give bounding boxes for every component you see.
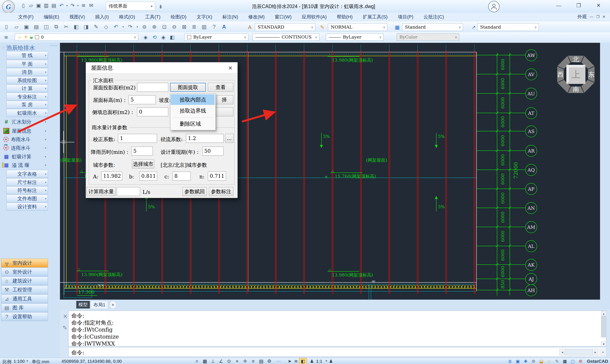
menu-item[interactable]: 文字(X) <box>192 14 217 20</box>
sidebar-section2-3[interactable]: 符号标注▾ <box>6 186 48 194</box>
menu-item[interactable]: 标注(N) <box>217 14 243 20</box>
annotation-scale-value[interactable]: 1:1 <box>316 359 322 364</box>
auto-scale-icon[interactable]: ♟ <box>327 358 335 364</box>
h-scrollbar-track[interactable] <box>565 349 593 355</box>
grid-bubble[interactable]: AU <box>525 88 537 100</box>
layer-color-swatch[interactable] <box>35 35 39 39</box>
osnap-toggle-icon[interactable]: ⊙ <box>225 358 233 364</box>
scrollbar-thumb[interactable] <box>601 316 606 337</box>
comment-icon[interactable]: ✉ <box>87 1 95 10</box>
menu-item[interactable]: 文件(F) <box>13 14 39 20</box>
linetype-combo[interactable]: —————— CONTINOUS ∨ <box>253 33 319 41</box>
result-input[interactable] <box>117 187 140 196</box>
save-icon[interactable]: ▣ <box>22 22 31 32</box>
period-input[interactable] <box>202 147 223 156</box>
workspace-combo[interactable]: 传统界面▼ <box>106 2 155 11</box>
menu-item[interactable]: 项目(P) <box>393 14 418 20</box>
grid-bubble[interactable]: AV <box>525 68 537 80</box>
command-expand-button[interactable]: ▾ <box>600 349 606 355</box>
block-panel-icon[interactable]: ▩ <box>561 358 569 364</box>
module-6[interactable]: ▤图 库 <box>1 303 48 312</box>
tab-layout1[interactable]: 布局1 <box>91 301 108 309</box>
properties-icon[interactable]: ▥ <box>199 22 209 32</box>
correction-input[interactable] <box>118 134 157 143</box>
menu-item-pick-inner-point[interactable]: 拾取内部点 <box>171 94 215 105</box>
grid-bubble[interactable]: AP <box>525 183 537 195</box>
clean-screen-icon[interactable]: ✎ <box>553 358 561 364</box>
grid-bubble[interactable]: AM <box>525 221 537 233</box>
more-tools-icon[interactable]: ⇟ <box>157 2 164 12</box>
layer-on-icon[interactable]: ☼ <box>18 35 22 40</box>
tab-model[interactable]: 模型 <box>76 301 90 309</box>
layer-freeze-icon[interactable]: ☀ <box>24 35 28 40</box>
close-command-icon[interactable]: ✕ <box>63 313 68 320</box>
linetype-display-icon[interactable]: ⋯ <box>275 358 282 364</box>
sidebar-tool-6[interactable]: ▦溢 流 堰▾ <box>2 161 48 169</box>
ai-assistant-icon[interactable]: A <box>219 22 229 32</box>
module-5[interactable]: ⊿通用工具 <box>1 295 48 303</box>
monitor-icon[interactable]: ▢ <box>569 358 576 364</box>
cut-icon[interactable]: ✂ <box>62 22 71 32</box>
tab-add-button[interactable]: + <box>109 301 117 309</box>
annotate-params-button[interactable]: 参数标注 <box>209 187 233 196</box>
mleader-style-icon[interactable]: ↗ <box>469 23 478 31</box>
otrack-toggle-icon[interactable]: ⌖ <box>234 358 241 364</box>
menu-item[interactable]: 云批注(C) <box>418 14 449 20</box>
chevron-down-icon[interactable]: ▼ <box>26 359 29 363</box>
menu-item-pick-boundary[interactable]: 拾取边界线 <box>171 105 215 116</box>
sidebar-tool-3[interactable]: 布雨水斗▾ <box>2 135 48 143</box>
child-restore-icon[interactable]: ❐ <box>596 15 599 19</box>
help-icon[interactable]: ? <box>209 22 219 32</box>
grid-bubble[interactable]: AH <box>525 284 537 296</box>
view-button[interactable]: 查看 <box>208 83 233 92</box>
copy-icon[interactable]: ◧ <box>71 22 81 32</box>
zoom-extents-icon[interactable]: ⊠ <box>180 22 189 32</box>
duration-input[interactable] <box>131 147 153 156</box>
scroll-down-button[interactable]: ▼ <box>601 341 606 347</box>
menu-item[interactable]: 应用软件(A) <box>297 14 332 20</box>
sidebar-section-3[interactable]: 消 防▾ <box>6 68 48 76</box>
module-4[interactable]: ⚒工程管理 <box>1 286 48 294</box>
layer-combo[interactable]: ☼ ☀ ⬓ 0 ∨ <box>15 33 138 41</box>
hidden-button-clipped[interactable] <box>215 107 233 116</box>
undo-icon[interactable]: ↶ <box>111 22 121 32</box>
scale-value[interactable]: 1:100 <box>13 359 25 364</box>
layer-isolate-icon[interactable]: ◧ <box>168 33 177 41</box>
text-style-icon[interactable]: A <box>246 23 254 31</box>
menu-item[interactable]: 工具(T) <box>140 14 166 20</box>
command-input[interactable]: 命令: <box>68 347 606 357</box>
drag-handle-icon[interactable]: ⁞⁞ <box>2 46 5 50</box>
runoff-input[interactable] <box>186 134 223 143</box>
settings-gear-icon[interactable]: ⚙ <box>530 358 537 364</box>
match-properties-icon[interactable]: ✎ <box>91 22 101 32</box>
runoff-more-button[interactable]: ... <box>225 134 234 143</box>
user-avatar[interactable] <box>488 1 500 12</box>
child-minimize-icon[interactable]: — <box>590 15 593 19</box>
sidebar-section-4[interactable]: 系统绘图▾ <box>6 76 48 84</box>
menu-item[interactable]: 绘图(D) <box>166 14 192 20</box>
sidebar-section2-1[interactable]: 文字表格▾ <box>6 170 48 178</box>
a-input[interactable] <box>101 172 122 181</box>
publish-icon[interactable]: ⧉ <box>52 22 61 32</box>
grid-bubble[interactable]: AS <box>525 125 537 137</box>
grid-bubble[interactable]: AJ <box>525 273 537 285</box>
grid-bubble[interactable]: AL <box>525 240 537 252</box>
module-2[interactable]: ⊙室外设计 <box>1 268 48 276</box>
open-file-icon[interactable]: ▱ <box>27 1 35 10</box>
layer-properties-icon[interactable]: ≋ <box>2 33 10 41</box>
panel-icon[interactable]: ▣ <box>514 358 521 364</box>
calc-rainwater-button[interactable]: 计算雨水量 <box>87 187 116 196</box>
paste-icon[interactable]: ◨ <box>81 22 91 32</box>
menu-item[interactable]: 插入(I) <box>90 14 114 20</box>
sidebar-section-7[interactable]: 泵 房▾ <box>6 101 48 109</box>
layer-lock-icon[interactable]: ⬓ <box>30 35 33 39</box>
c-input[interactable] <box>172 172 191 181</box>
command-history[interactable]: 命令:命令:指定对角点:命令:IWtConfig命令:IcCustomize命令… <box>68 311 606 347</box>
module-1[interactable]: ╦室内设计 <box>1 259 48 267</box>
sidebar-section2-5[interactable]: 设计资料▾ <box>6 203 48 211</box>
b-input[interactable] <box>139 172 157 181</box>
layer-manager-icon[interactable]: ◈ <box>141 33 150 41</box>
close-button[interactable]: ✕ <box>592 0 605 11</box>
scroll-up-button[interactable]: ▲ <box>601 311 606 316</box>
sidebar-section-1[interactable]: 管 线▾ <box>6 51 48 59</box>
